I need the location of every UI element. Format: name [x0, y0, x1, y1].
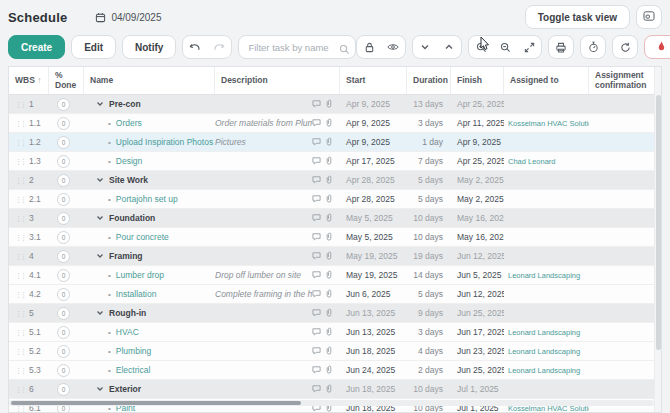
percent-done-badge[interactable]: 0	[57, 174, 70, 187]
chevron-up-icon[interactable]	[437, 36, 461, 58]
col-header-duration[interactable]: Duration	[407, 67, 451, 94]
percent-done-badge[interactable]: 0	[57, 193, 70, 206]
toggle-task-view-button[interactable]: Toggle task view	[525, 5, 630, 29]
comment-icon[interactable]	[312, 346, 321, 357]
drag-handle-icon[interactable]: ⋮⋮	[15, 386, 25, 393]
attachment-icon[interactable]	[325, 289, 333, 300]
attachment-icon[interactable]	[325, 232, 333, 243]
drag-handle-icon[interactable]: ⋮⋮	[15, 177, 25, 184]
task-row[interactable]: ⋮⋮ 4 0 • Framing May 19	[9, 247, 661, 266]
collapse-chevron-icon[interactable]	[96, 308, 104, 318]
col-header-assigned[interactable]: Assigned to	[504, 67, 589, 94]
percent-done-badge[interactable]: 0	[57, 250, 70, 263]
drag-handle-icon[interactable]: ⋮⋮	[15, 215, 25, 222]
comment-icon[interactable]	[312, 365, 321, 376]
percent-done-badge[interactable]: 0	[57, 269, 70, 282]
col-header-name[interactable]: Name	[84, 67, 215, 94]
comment-icon[interactable]	[312, 118, 321, 129]
col-header-done[interactable]: % Done	[49, 67, 84, 94]
drag-handle-icon[interactable]: ⋮⋮	[15, 329, 25, 336]
percent-done-badge[interactable]: 0	[57, 364, 70, 377]
collapse-chevron-icon[interactable]	[96, 251, 104, 261]
percent-done-badge[interactable]: 0	[57, 155, 70, 168]
attachment-icon[interactable]	[325, 251, 333, 262]
zoom-out-icon[interactable]	[493, 36, 517, 58]
refresh-icon[interactable]	[613, 36, 637, 58]
comment-icon[interactable]	[312, 232, 321, 243]
task-row[interactable]: ⋮⋮ 5 0 • Rough-in Jun 1	[9, 304, 661, 323]
vertical-scrollbar-thumb[interactable]	[656, 95, 661, 350]
attachment-icon[interactable]	[325, 213, 333, 224]
percent-done-badge[interactable]: 0	[57, 345, 70, 358]
comment-icon[interactable]	[312, 251, 321, 262]
horizontal-scrollbar[interactable]	[9, 400, 654, 406]
comment-icon[interactable]	[312, 156, 321, 167]
attachment-icon[interactable]	[325, 308, 333, 319]
percent-done-badge[interactable]: 0	[57, 288, 70, 301]
critical-path-button[interactable]: Critical path	[644, 35, 670, 59]
horizontal-scrollbar-thumb[interactable]	[11, 401, 301, 405]
task-row[interactable]: ⋮⋮ 5.2 0 • Plumbing Jun	[9, 342, 661, 361]
comment-icon[interactable]	[312, 213, 321, 224]
drag-handle-icon[interactable]: ⋮⋮	[15, 272, 25, 279]
task-row[interactable]: ⋮⋮ 5.3 0 • Electrical J	[9, 361, 661, 380]
comment-icon[interactable]	[312, 327, 321, 338]
col-header-finish[interactable]: Finish	[451, 67, 504, 94]
vertical-scrollbar[interactable]	[654, 67, 661, 412]
view-layout-button[interactable]	[636, 5, 662, 29]
task-row[interactable]: ⋮⋮ 3.1 0 • Pour concrete	[9, 228, 661, 247]
drag-handle-icon[interactable]: ⋮⋮	[15, 310, 25, 317]
attachment-icon[interactable]	[325, 194, 333, 205]
col-header-confirmation[interactable]: Assignment confirmation	[589, 67, 661, 94]
percent-done-badge[interactable]: 0	[57, 98, 70, 111]
zoom-in-icon[interactable]	[469, 36, 493, 58]
print-icon[interactable]	[549, 36, 573, 58]
redo-icon[interactable]	[207, 36, 231, 58]
drag-handle-icon[interactable]: ⋮⋮	[15, 234, 25, 241]
drag-handle-icon[interactable]: ⋮⋮	[15, 253, 25, 260]
attachment-icon[interactable]	[325, 118, 333, 129]
drag-handle-icon[interactable]: ⋮⋮	[15, 158, 25, 165]
drag-handle-icon[interactable]: ⋮⋮	[15, 348, 25, 355]
comment-icon[interactable]	[312, 384, 321, 395]
percent-done-badge[interactable]: 0	[57, 231, 70, 244]
comment-icon[interactable]	[312, 289, 321, 300]
attachment-icon[interactable]	[325, 99, 333, 110]
attachment-icon[interactable]	[325, 175, 333, 186]
attachment-icon[interactable]	[325, 346, 333, 357]
task-row[interactable]: ⋮⋮ 1 0 • Pre-con Apr 9,	[9, 95, 661, 114]
task-row[interactable]: ⋮⋮ 1.1 0 • Orders Order materials from P…	[9, 114, 661, 133]
edit-button[interactable]: Edit	[71, 35, 116, 59]
notify-button[interactable]: Notify	[122, 35, 176, 59]
comment-icon[interactable]	[312, 194, 321, 205]
eye-icon[interactable]	[381, 36, 405, 58]
create-button[interactable]: Create	[8, 35, 65, 59]
collapse-chevron-icon[interactable]	[96, 384, 104, 394]
drag-handle-icon[interactable]: ⋮⋮	[15, 367, 25, 374]
drag-handle-icon[interactable]: ⋮⋮	[15, 101, 25, 108]
percent-done-badge[interactable]: 0	[57, 326, 70, 339]
task-row[interactable]: ⋮⋮ 6 0 • Exterior Jun 1	[9, 380, 661, 399]
drag-handle-icon[interactable]: ⋮⋮	[15, 120, 25, 127]
attachment-icon[interactable]	[325, 327, 333, 338]
collapse-chevron-icon[interactable]	[96, 213, 104, 223]
attachment-icon[interactable]	[325, 270, 333, 281]
percent-done-badge[interactable]: 0	[57, 117, 70, 130]
task-row[interactable]: ⋮⋮ 4.1 0 • Lumber drop Drop off lumber o…	[9, 266, 661, 285]
attachment-icon[interactable]	[325, 365, 333, 376]
percent-done-badge[interactable]: 0	[57, 307, 70, 320]
task-row[interactable]: ⋮⋮ 4.2 0 • Installation Complete framing…	[9, 285, 661, 304]
task-row[interactable]: ⋮⋮ 1.2 0 • Upload Inspiration Photos Pic…	[9, 133, 661, 152]
drag-handle-icon[interactable]: ⋮⋮	[15, 291, 25, 298]
comment-icon[interactable]	[312, 137, 321, 148]
col-header-description[interactable]: Description	[215, 67, 340, 94]
comment-icon[interactable]	[312, 270, 321, 281]
drag-handle-icon[interactable]: ⋮⋮	[15, 139, 25, 146]
drag-handle-icon[interactable]: ⋮⋮	[15, 196, 25, 203]
fullscreen-icon[interactable]	[517, 36, 541, 58]
lock-icon[interactable]	[357, 36, 381, 58]
collapse-chevron-icon[interactable]	[96, 175, 104, 185]
task-row[interactable]: ⋮⋮ 1.3 0 • Design Apr 1	[9, 152, 661, 171]
collapse-chevron-icon[interactable]	[96, 99, 104, 109]
task-row[interactable]: ⋮⋮ 2 0 • Site Work Apr	[9, 171, 661, 190]
